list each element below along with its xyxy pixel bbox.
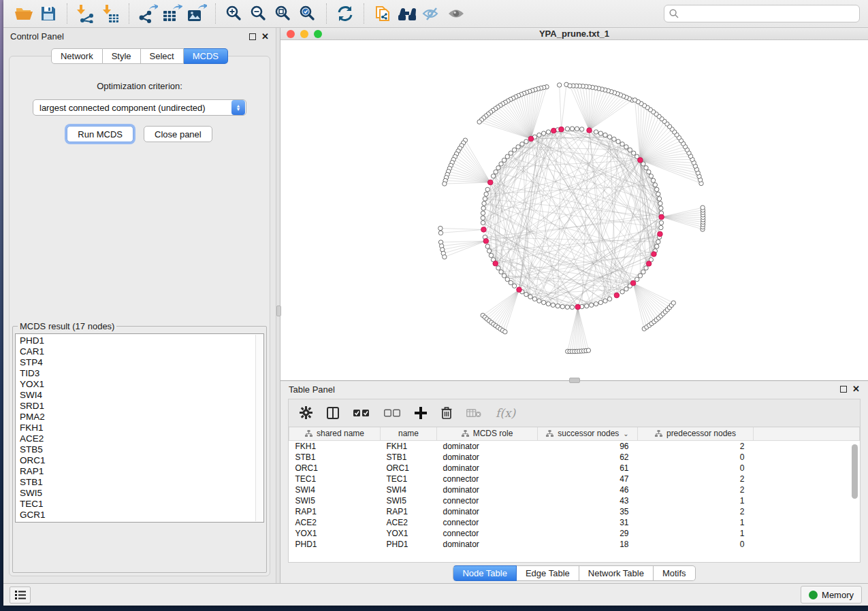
open-file-button[interactable] bbox=[12, 2, 36, 25]
network-node[interactable] bbox=[620, 290, 624, 294]
network-node[interactable] bbox=[494, 170, 498, 174]
network-node[interactable] bbox=[570, 305, 574, 309]
network-node[interactable] bbox=[502, 274, 506, 278]
network-node[interactable] bbox=[653, 183, 657, 187]
network-node[interactable] bbox=[656, 192, 660, 196]
mcds-hub-node[interactable] bbox=[575, 304, 581, 310]
network-node[interactable] bbox=[509, 280, 513, 284]
network-node[interactable] bbox=[502, 158, 506, 162]
network-node[interactable] bbox=[565, 305, 569, 309]
network-node[interactable] bbox=[499, 269, 503, 274]
network-node[interactable] bbox=[659, 206, 663, 210]
table-row[interactable]: YOX1YOX1connector291 bbox=[289, 528, 860, 539]
network-node[interactable] bbox=[556, 304, 560, 308]
mcds-node-item[interactable]: TID3 bbox=[20, 368, 253, 379]
search-network-button[interactable] bbox=[395, 2, 419, 25]
deselect-all-icon[interactable] bbox=[384, 409, 400, 417]
close-table-panel-icon[interactable]: ✕ bbox=[852, 386, 860, 393]
network-node[interactable] bbox=[616, 139, 620, 144]
network-node[interactable] bbox=[594, 301, 598, 306]
network-node[interactable] bbox=[528, 295, 532, 299]
network-node[interactable] bbox=[632, 98, 637, 102]
network-node[interactable] bbox=[658, 201, 662, 205]
network-node[interactable] bbox=[598, 131, 602, 135]
network-node[interactable] bbox=[546, 130, 550, 134]
import-network-button[interactable] bbox=[74, 2, 98, 25]
table-row[interactable]: FKH1FKH1dominator962 bbox=[289, 441, 860, 452]
zoom-out-button[interactable] bbox=[246, 2, 271, 25]
network-node[interactable] bbox=[656, 240, 660, 244]
vertical-splitter[interactable] bbox=[276, 28, 280, 583]
network-node[interactable] bbox=[481, 216, 485, 220]
mcds-hub-node[interactable] bbox=[493, 261, 498, 266]
network-node[interactable] bbox=[565, 127, 569, 131]
table-row[interactable]: ORC1ORC1dominator610 bbox=[289, 463, 860, 474]
mcds-node-item[interactable]: STB1 bbox=[20, 477, 253, 488]
mcds-node-item[interactable]: RAP1 bbox=[20, 466, 253, 477]
table-settings-gear-icon[interactable] bbox=[300, 406, 312, 419]
network-node[interactable] bbox=[509, 151, 513, 155]
minimize-window-icon[interactable] bbox=[300, 30, 308, 38]
mcds-node-item[interactable]: YOX1 bbox=[20, 379, 253, 390]
tab-style[interactable]: Style bbox=[103, 48, 141, 64]
network-node[interactable] bbox=[560, 304, 564, 308]
mcds-hub-node[interactable] bbox=[481, 227, 487, 233]
network-node[interactable] bbox=[585, 304, 589, 308]
show-columns-icon[interactable] bbox=[327, 407, 339, 419]
network-node[interactable] bbox=[570, 127, 574, 131]
mcds-hub-node[interactable] bbox=[652, 252, 657, 257]
network-node[interactable] bbox=[612, 137, 616, 141]
tab-network-table[interactable]: Network Table bbox=[579, 565, 654, 581]
table-row[interactable]: ACE2ACE2connector311 bbox=[289, 517, 860, 528]
network-node[interactable] bbox=[647, 170, 651, 174]
network-node[interactable] bbox=[657, 197, 661, 201]
refresh-button[interactable] bbox=[333, 2, 357, 25]
network-node[interactable] bbox=[568, 84, 572, 88]
close-panel-icon[interactable]: ✕ bbox=[261, 33, 269, 40]
show-panels-button[interactable] bbox=[10, 587, 31, 604]
network-node[interactable] bbox=[631, 151, 635, 155]
network-node[interactable] bbox=[641, 269, 645, 274]
network-node[interactable] bbox=[520, 142, 524, 146]
network-node[interactable] bbox=[635, 277, 639, 281]
float-panel-icon[interactable] bbox=[249, 33, 256, 40]
table-row[interactable]: RAP1RAP1dominator352 bbox=[289, 506, 860, 517]
criterion-dropdown[interactable]: largest connected component (undirected)… bbox=[33, 99, 246, 116]
column-header-name[interactable]: name bbox=[381, 427, 437, 441]
network-node[interactable] bbox=[624, 287, 628, 291]
mcds-hub-node[interactable] bbox=[638, 157, 643, 163]
maximize-window-icon[interactable] bbox=[314, 30, 322, 38]
table-row[interactable]: TEC1TEC1connector472 bbox=[289, 474, 860, 484]
table-panel-grip[interactable] bbox=[569, 378, 580, 383]
mcds-hub-node[interactable] bbox=[528, 136, 534, 142]
scrollbar-thumb[interactable] bbox=[852, 444, 858, 499]
mcds-node-item[interactable]: ORC1 bbox=[20, 455, 253, 466]
mcds-hub-node[interactable] bbox=[658, 231, 663, 237]
network-node[interactable] bbox=[512, 284, 516, 288]
add-column-icon[interactable] bbox=[415, 407, 427, 419]
search-input[interactable] bbox=[682, 9, 854, 19]
network-node[interactable] bbox=[481, 211, 485, 215]
mcds-node-item[interactable]: PMA2 bbox=[20, 412, 253, 423]
network-node[interactable] bbox=[701, 205, 705, 210]
network-node[interactable] bbox=[551, 303, 555, 307]
network-node[interactable] bbox=[590, 303, 594, 307]
network-node[interactable] bbox=[537, 133, 541, 137]
network-node[interactable] bbox=[481, 206, 485, 210]
network-canvas[interactable] bbox=[280, 40, 868, 380]
export-table-button[interactable] bbox=[160, 2, 184, 25]
float-table-panel-icon[interactable] bbox=[840, 386, 847, 393]
column-header-predecessor-nodes[interactable]: predecessor nodes bbox=[638, 427, 754, 441]
network-node[interactable] bbox=[499, 162, 503, 166]
network-node[interactable] bbox=[575, 127, 579, 131]
network-node[interactable] bbox=[607, 135, 611, 139]
network-node[interactable] bbox=[443, 254, 447, 259]
mcds-hub-node[interactable] bbox=[614, 293, 620, 298]
close-panel-button[interactable]: Close panel bbox=[144, 126, 212, 142]
mcds-hub-node[interactable] bbox=[487, 180, 493, 185]
memory-button[interactable]: Memory bbox=[801, 586, 862, 604]
mcds-node-item[interactable]: TEC1 bbox=[20, 499, 253, 510]
mcds-node-item[interactable]: STB5 bbox=[20, 444, 253, 455]
export-image-button[interactable] bbox=[184, 2, 209, 25]
table-row[interactable]: SWI4SWI4dominator462 bbox=[289, 484, 860, 495]
